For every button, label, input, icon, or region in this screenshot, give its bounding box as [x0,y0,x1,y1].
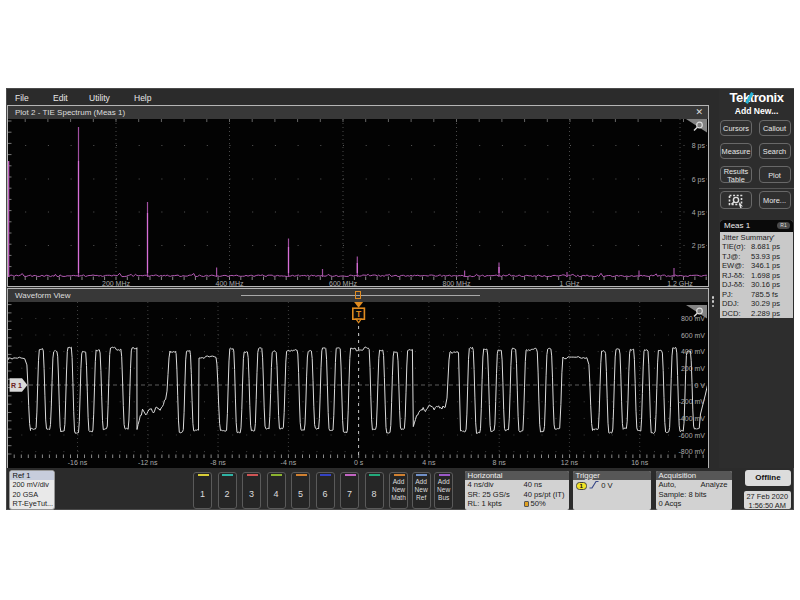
svg-text:8 ps: 8 ps [692,142,706,150]
svg-text:-12 ns: -12 ns [138,459,158,466]
svg-text:12 ns: 12 ns [561,459,579,466]
svg-text:4 ps: 4 ps [692,209,706,217]
svg-text:600 mV: 600 mV [681,332,705,339]
svg-text:-400 mV: -400 mV [679,415,706,422]
svg-text:0 s: 0 s [354,459,364,466]
svg-text:600 MHz: 600 MHz [329,280,358,287]
svg-text:400 MHz: 400 MHz [215,280,244,287]
svg-text:-800 mV: -800 mV [679,448,706,455]
svg-text:6 ps: 6 ps [692,176,706,184]
svg-text:2 ps: 2 ps [692,242,706,250]
svg-text:800 MHz: 800 MHz [442,280,471,287]
svg-text:200 MHz: 200 MHz [102,280,131,287]
svg-text:800 mV: 800 mV [681,315,705,322]
svg-text:-4 ns: -4 ns [281,459,297,466]
svg-text:8 ns: 8 ns [493,459,507,466]
svg-text:1 GHz: 1 GHz [560,280,580,287]
svg-text:0 V: 0 V [694,382,705,389]
svg-text:16 ns: 16 ns [631,459,649,466]
svg-text:T: T [356,309,362,319]
svg-text:R 1: R 1 [11,382,22,389]
svg-text:-200 mV: -200 mV [679,398,706,405]
svg-text:4 ns: 4 ns [422,459,436,466]
svg-text:200 mV: 200 mV [681,365,705,372]
svg-text:1.2 GHz: 1.2 GHz [667,280,693,287]
svg-text:-8 ns: -8 ns [210,459,226,466]
svg-text:-600 mV: -600 mV [679,432,706,439]
svg-text:400 mV: 400 mV [681,348,705,355]
svg-text:-16 ns: -16 ns [68,459,88,466]
